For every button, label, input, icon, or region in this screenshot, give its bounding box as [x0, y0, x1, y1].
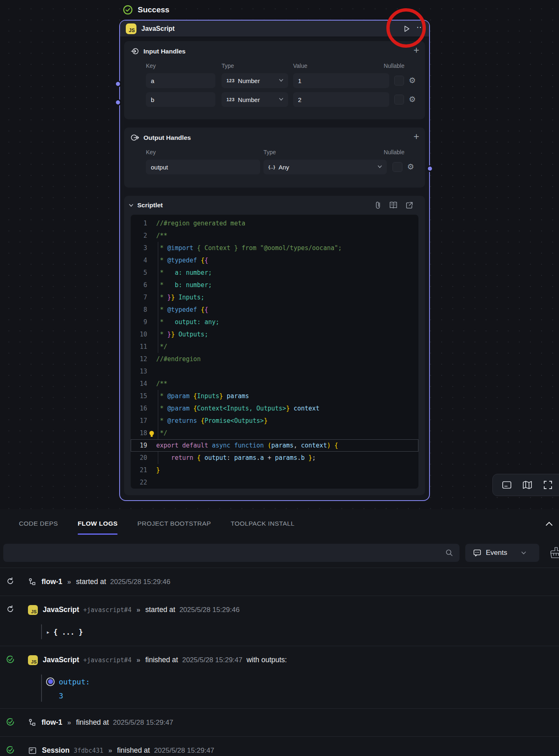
code-line[interactable]: 15 * @param {Inputs} params: [131, 390, 418, 402]
code-line[interactable]: 7 * }} Inputs;: [131, 291, 418, 304]
success-icon: [6, 745, 14, 756]
line-number: 19: [131, 439, 147, 452]
tab-flow-logs[interactable]: FLOW LOGS: [78, 509, 118, 538]
js-badge-icon: JS: [126, 23, 136, 34]
handle-key-input[interactable]: b: [146, 92, 215, 107]
events-label: Events: [486, 549, 507, 557]
code-line[interactable]: 1//#region generated meta: [131, 217, 418, 230]
code-text: //#endregion: [156, 353, 201, 365]
code-line[interactable]: 3 * @import { Context } from "@oomol/typ…: [131, 242, 418, 254]
line-number: 22: [131, 476, 147, 489]
clear-logs-icon[interactable]: [549, 546, 559, 559]
code-text: }: [156, 464, 160, 476]
code-line[interactable]: 11 */: [131, 341, 418, 353]
log-event-text: finished at: [117, 746, 150, 755]
code-line[interactable]: 18 */: [131, 427, 418, 439]
code-line[interactable]: 2/**: [131, 230, 418, 242]
console-panel-icon[interactable]: [501, 479, 513, 491]
gear-icon[interactable]: ⚙: [407, 76, 417, 86]
expand-triangle-icon: ▸: [47, 629, 49, 635]
tab-toolpack-install[interactable]: TOOLPACK INSTALL: [231, 509, 294, 538]
log-entry-id: 3fdbc431: [74, 747, 103, 754]
code-line[interactable]: 17 * @returns {Promise<Outputs>}: [131, 415, 418, 427]
javascript-node[interactable]: JS JavaScript ⋯ Input Handles + Key Type…: [119, 20, 430, 501]
log-timestamp: 2025/5/28 15:29:47: [154, 747, 215, 755]
add-input-handle-button[interactable]: +: [413, 44, 419, 56]
log-timestamp: 2025/5/28 15:29:46: [110, 578, 171, 586]
line-number: 7: [131, 291, 147, 304]
code-editor[interactable]: 1//#region generated meta2/**3 * @import…: [131, 215, 418, 489]
events-filter-button[interactable]: Events: [465, 544, 539, 562]
gear-icon[interactable]: ⚙: [407, 95, 417, 104]
node-header[interactable]: JS JavaScript: [120, 21, 429, 37]
code-line[interactable]: 8 * @typedef {{: [131, 304, 418, 316]
open-external-icon[interactable]: [405, 201, 413, 209]
nullable-checkbox[interactable]: [394, 95, 404, 104]
add-output-handle-button[interactable]: +: [413, 131, 419, 142]
log-row[interactable]: JSJavaScript+javascript#4»started at2025…: [0, 596, 559, 646]
output-handles-icon: [131, 133, 139, 142]
input-port-a[interactable]: [115, 81, 121, 87]
type-glyph-icon: {..}: [268, 165, 275, 169]
nullable-checkbox[interactable]: [393, 162, 402, 172]
code-line[interactable]: 12//#endregion: [131, 353, 418, 365]
search-input[interactable]: [3, 544, 460, 562]
js-badge: JS: [28, 655, 38, 665]
line-number: 12: [131, 353, 147, 365]
code-line[interactable]: 9 * output: any;: [131, 316, 418, 328]
log-entry-name: JavaScript: [43, 605, 79, 614]
log-list: flow-1»started at2025/5/28 15:29:46JSJav…: [0, 568, 559, 756]
input-port-b[interactable]: [115, 99, 121, 106]
log-event-text: finished at: [145, 656, 178, 664]
code-line[interactable]: 6 * b: number;: [131, 279, 418, 291]
paperclip-icon[interactable]: [374, 201, 382, 210]
chevron-down-icon: [278, 96, 284, 102]
log-timestamp: 2025/5/28 15:29:47: [182, 656, 243, 664]
code-text: * }} Inputs;: [156, 291, 204, 304]
events-bubble-icon: [473, 548, 482, 557]
output-port[interactable]: [427, 165, 433, 172]
log-row[interactable]: JSJavaScript+javascript#4»finished at202…: [0, 646, 559, 709]
flow-canvas[interactable]: Success JS JavaScript ⋯ Input Handles + …: [0, 0, 559, 509]
map-icon[interactable]: [522, 479, 533, 491]
log-separator: »: [108, 747, 112, 755]
code-line[interactable]: 19export default async function (params,…: [131, 439, 418, 452]
code-line[interactable]: 4 * @typedef {{: [131, 254, 418, 267]
log-row[interactable]: Session3fdbc431»finished at2025/5/28 15:…: [0, 737, 559, 756]
handle-type-select[interactable]: 123Number: [222, 73, 288, 88]
code-line[interactable]: 13: [131, 365, 418, 378]
log-row-main: Session3fdbc431»finished at2025/5/28 15:…: [0, 737, 559, 756]
code-line[interactable]: 21}: [131, 464, 418, 476]
collapse-chevron-icon[interactable]: [128, 202, 134, 208]
gear-icon[interactable]: ⚙: [406, 162, 416, 172]
handle-key-input[interactable]: a: [146, 73, 215, 88]
fullscreen-icon[interactable]: [542, 479, 554, 491]
log-timestamp: 2025/5/28 15:29:47: [113, 719, 173, 727]
code-line[interactable]: 16 * @param {Context<Inputs, Outputs>} c…: [131, 402, 418, 415]
tab-code-deps[interactable]: CODE DEPS: [19, 509, 58, 538]
log-toolbar: Events: [0, 538, 559, 568]
code-line[interactable]: 5 * a: number;: [131, 267, 418, 279]
search-icon: [445, 548, 454, 557]
reader-icon[interactable]: [389, 201, 398, 209]
collapsed-object-toggle[interactable]: ▸{ ... }: [0, 624, 559, 640]
code-text: * output: any;: [156, 316, 219, 328]
handle-type-select[interactable]: {..}Any: [263, 160, 387, 174]
type-value: Number: [238, 77, 260, 84]
log-separator: »: [67, 719, 71, 727]
code-line[interactable]: 22: [131, 476, 418, 489]
nullable-checkbox[interactable]: [394, 76, 404, 86]
chevron-up-icon[interactable]: [544, 519, 554, 529]
log-row[interactable]: flow-1»finished at2025/5/28 15:29:47: [0, 709, 559, 737]
handle-value-input[interactable]: 2: [293, 92, 389, 107]
handle-key-input[interactable]: output: [146, 160, 260, 174]
code-text: */: [156, 341, 167, 353]
code-line[interactable]: 10 * }} Outputs;: [131, 328, 418, 341]
handle-value-input[interactable]: 1: [293, 73, 389, 88]
log-row[interactable]: flow-1»started at2025/5/28 15:29:46: [0, 568, 559, 596]
code-line[interactable]: 14/**: [131, 378, 418, 390]
code-line[interactable]: 20 return { output: params.a + params.b …: [131, 452, 418, 464]
tab-project-bootstrap[interactable]: PROJECT BOOTSTRAP: [137, 509, 211, 538]
handle-type-select[interactable]: 123Number: [222, 92, 288, 107]
lightbulb-icon[interactable]: [149, 429, 155, 437]
